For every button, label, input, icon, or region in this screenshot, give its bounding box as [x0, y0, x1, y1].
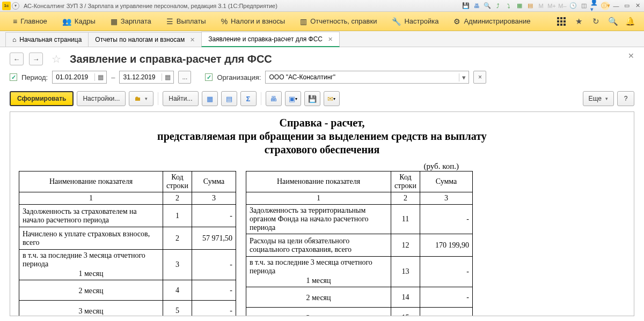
user-icon[interactable]: 👤▾	[590, 2, 599, 10]
home-icon: ⌂	[12, 36, 16, 43]
expand-button[interactable]: ▦	[202, 91, 218, 106]
maximize-icon[interactable]: ▭	[623, 2, 631, 10]
calendar-icon[interactable]: ▤	[526, 2, 535, 10]
search-icon[interactable]: 🔍	[606, 15, 619, 28]
m-icon[interactable]: M	[537, 2, 545, 10]
sum-button[interactable]: Σ	[240, 91, 257, 106]
close-icon[interactable]: ✕	[633, 2, 642, 10]
date-to-field[interactable]	[120, 71, 162, 83]
more-button[interactable]: Еще▾	[583, 91, 614, 106]
date-from-field[interactable]	[53, 71, 94, 83]
page-close-icon[interactable]: ✕	[628, 51, 634, 60]
left-table: Наименование показателя Код строки Сумма…	[19, 171, 236, 316]
register-button[interactable]: ▣▾	[285, 91, 301, 106]
menu-admin[interactable]: ⚙Администрирование	[446, 12, 538, 31]
settings-button[interactable]: Настройки...	[77, 91, 126, 106]
table-row: 3 месяц5-	[19, 301, 236, 317]
minimize-icon[interactable]: —	[612, 2, 620, 10]
date-to-input[interactable]: ▦	[119, 71, 174, 84]
variants-button[interactable]: 🖿▾	[129, 91, 153, 106]
print-button[interactable]: 🖶	[266, 91, 282, 106]
history-icon[interactable]: ↻	[589, 15, 602, 28]
print-icon[interactable]: 🖶	[472, 2, 481, 10]
table-row: в т.ч. за последние 3 месяца отчетного п…	[19, 250, 236, 280]
menu-taxes[interactable]: %Налоги и взносы	[214, 12, 293, 31]
page-header: ← → ☆ Заявление и справка-расчет для ФСС…	[0, 47, 644, 69]
panes-icon[interactable]: ◫	[580, 2, 588, 10]
main-menu: ≡Главное 👥Кадры ▦Зарплата ☰Выплаты %Нало…	[0, 12, 644, 31]
collapse-button[interactable]: ▤	[221, 91, 237, 106]
bell-icon[interactable]: 🔔	[624, 15, 636, 28]
currency-note: (руб. коп.)	[19, 162, 464, 171]
org-field[interactable]	[266, 71, 459, 83]
apps-icon[interactable]	[555, 15, 568, 28]
email-button[interactable]: ✉▾	[324, 91, 340, 106]
favorite-icon[interactable]: ☆	[52, 53, 61, 65]
title-bar: 1c ▾ АС-Консалтинг ЗУП 3 / Зарплата и уп…	[0, 0, 644, 12]
save-report-button[interactable]: 💾	[304, 91, 320, 106]
period-checkbox[interactable]: ✓	[10, 73, 17, 81]
upload-icon[interactable]: ⤴	[494, 2, 502, 10]
period-label: Период:	[21, 73, 48, 81]
menu-personnel[interactable]: 👥Кадры	[55, 12, 103, 31]
percent-icon: %	[221, 17, 228, 26]
info-icon[interactable]: ⓘ▾	[601, 2, 610, 10]
nav-back-button[interactable]: ←	[10, 53, 24, 65]
calendar-icon[interactable]: ▦	[162, 73, 173, 81]
table-row: Начислено к уплате страховых взносов, вс…	[19, 227, 236, 250]
table-row: 3 месяц15-	[246, 308, 473, 317]
list-icon: ☰	[166, 17, 173, 26]
table-row: в т.ч. за последние 3 месяца отчетного п…	[246, 257, 473, 287]
calendar-icon[interactable]: ▦	[94, 73, 106, 81]
date-from-input[interactable]: ▦	[52, 71, 107, 84]
col-code-header: Код строки	[391, 171, 420, 192]
col-name-header: Наименование показателя	[246, 171, 391, 192]
table-row: Расходы на цели обязательного социальног…	[246, 234, 473, 257]
form-button[interactable]: Сформировать	[10, 91, 74, 106]
download-icon[interactable]: ⤵	[504, 2, 513, 10]
org-label: Организация:	[217, 73, 261, 81]
col-name-header: Наименование показателя	[19, 171, 163, 192]
wrench-icon: 🔧	[392, 17, 401, 26]
menu-payments[interactable]: ☰Выплаты	[159, 12, 214, 31]
report-area[interactable]: Справка - расчет, представляемая при обр…	[10, 111, 634, 316]
org-input[interactable]: ▾	[265, 71, 469, 84]
nav-forward-button[interactable]: →	[29, 53, 43, 65]
preview-icon[interactable]: 🔍	[483, 2, 492, 10]
save-icon[interactable]: 💾	[462, 2, 470, 10]
org-clear-button[interactable]: ×	[473, 71, 486, 84]
col-sum-header: Сумма	[420, 171, 473, 192]
find-button[interactable]: Найти...	[163, 91, 198, 106]
tab-home[interactable]: ⌂Начальная страница	[5, 32, 89, 47]
org-checkbox[interactable]: ✓	[205, 73, 213, 81]
tab-fss[interactable]: Заявление и справка-расчет для ФСС✕	[201, 32, 340, 47]
menu-icon: ≡	[13, 17, 17, 26]
m-minus-icon[interactable]: M–	[558, 2, 567, 10]
app-menu-dropdown[interactable]: ▾	[12, 2, 19, 10]
tab-close-icon[interactable]: ✕	[190, 36, 195, 43]
star-icon[interactable]: ★	[572, 15, 585, 28]
org-dropdown-icon[interactable]: ▾	[459, 73, 469, 81]
report-title: Справка - расчет, представляемая при обр…	[19, 116, 625, 156]
menu-main[interactable]: ≡Главное	[5, 12, 55, 31]
app-logo: 1c	[2, 2, 11, 10]
table-row: 2 месяц4-	[19, 280, 236, 301]
calc-icon[interactable]: ▦	[515, 2, 524, 10]
tabs-row: ⌂Начальная страница Отчеты по налогам и …	[0, 31, 644, 47]
toolbar: Сформировать Настройки... 🖿▾ Найти... ▦ …	[0, 86, 644, 111]
menu-settings[interactable]: 🔧Настройка	[384, 12, 446, 31]
tab-tax-reports[interactable]: Отчеты по налогам и взносам✕	[88, 32, 202, 47]
clock-icon[interactable]: 🕓	[569, 2, 577, 10]
menu-reports[interactable]: ▥Отчетность, справки	[292, 12, 384, 31]
folder-icon: 🖿	[135, 95, 141, 102]
tab-close-icon[interactable]: ✕	[328, 36, 333, 43]
params-row: ✓ Период: ▦ – ▦ ... ✓ Организация: ▾ ×	[0, 69, 644, 86]
page-title: Заявление и справка-расчет для ФСС	[70, 53, 272, 65]
table-row: Задолженность за территориальным органом…	[246, 205, 473, 234]
help-button[interactable]: ?	[617, 91, 634, 106]
m-plus-icon[interactable]: M+	[547, 2, 556, 10]
right-table: Наименование показателя Код строки Сумма…	[246, 171, 473, 316]
people-icon: 👥	[62, 17, 71, 26]
menu-salary[interactable]: ▦Зарплата	[103, 12, 159, 31]
period-select-button[interactable]: ...	[178, 71, 191, 84]
